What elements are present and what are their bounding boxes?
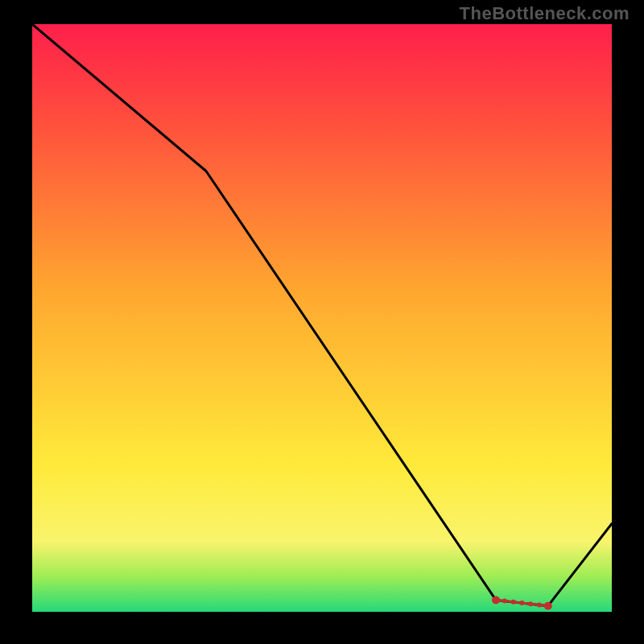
plot-area [32, 24, 612, 612]
marker-dot [544, 602, 552, 610]
gradient-background [32, 24, 612, 612]
watermark-text: TheBottleneck.com [460, 3, 630, 24]
chart-frame: TheBottleneck.com [0, 0, 644, 644]
chart-svg [32, 24, 612, 612]
